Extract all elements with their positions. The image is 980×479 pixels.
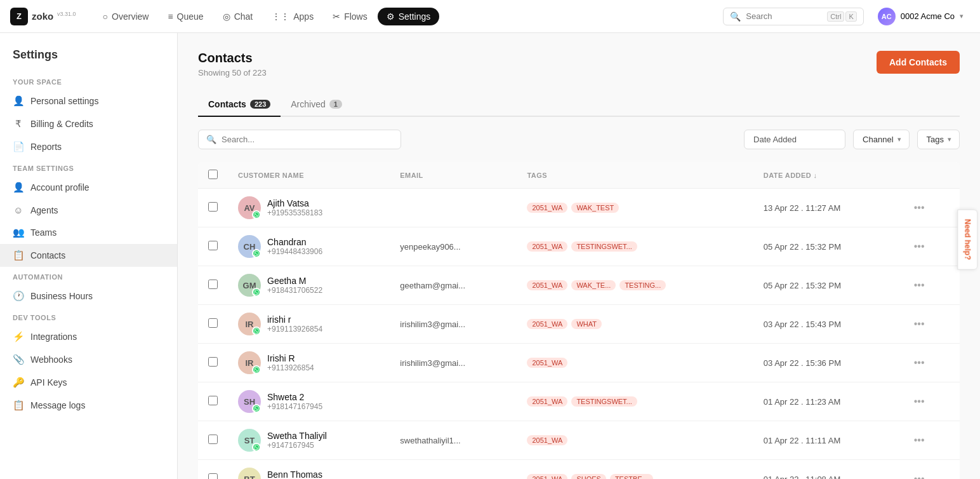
sidebar-item-api-keys[interactable]: 🔑 API Keys xyxy=(0,371,177,394)
sidebar-item-teams[interactable]: 👥 Teams xyxy=(0,221,177,244)
row-checkbox[interactable] xyxy=(208,202,218,212)
row-more-button[interactable]: ••• xyxy=(909,354,930,371)
key-icon: 🔑 xyxy=(13,377,24,388)
sidebar-item-contacts[interactable]: 📋 Contacts xyxy=(0,244,177,267)
global-search[interactable]: 🔍 Ctrl K xyxy=(723,8,863,25)
avatar: IR xyxy=(238,351,261,374)
row-more-button[interactable]: ••• xyxy=(909,471,930,479)
page-header: Contacts Showing 50 of 223 Add Contacts xyxy=(198,51,960,78)
tags-list: 2051_WA xyxy=(527,358,743,368)
tag-badge: 2051_WA xyxy=(527,203,567,213)
need-help-button[interactable]: Need help? xyxy=(958,210,978,270)
actions-cell: ••• xyxy=(899,421,960,460)
customer-details: Swetha Thaliyil +9147167945 xyxy=(267,431,327,450)
row-more-button[interactable]: ••• xyxy=(909,238,930,255)
sidebar-item-account-profile[interactable]: 👤 Account profile xyxy=(0,176,177,199)
nav-queue[interactable]: ≡ Queue xyxy=(159,8,212,25)
col-tags: TAGS xyxy=(517,162,753,189)
customer-details: Shweta 2 +918147167945 xyxy=(267,392,322,411)
table-header: CUSTOMER NAME EMAIL TAGS DATE ADDED ↓ xyxy=(198,162,960,189)
actions-cell: ••• xyxy=(899,344,960,382)
tags-cell: 2051_WASHOESTESTBE... xyxy=(517,460,753,480)
logo-text: zoko v3.31.0 xyxy=(32,11,76,22)
customer-name: Benn Thomas xyxy=(267,469,322,479)
channel-filter[interactable]: Channel ▾ xyxy=(853,130,909,149)
tag-badge: TESTINGSWET... xyxy=(571,241,637,252)
row-more-button[interactable]: ••• xyxy=(909,199,930,216)
sidebar-item-billing[interactable]: ₹ Billing & Credits xyxy=(0,112,177,135)
date-added: 05 Apr 22 . 15:32 PM xyxy=(764,242,841,252)
add-contacts-button[interactable]: Add Contacts xyxy=(877,51,960,74)
topnav-right: 🔍 Ctrl K AC 0002 Acme Co ▾ xyxy=(723,5,970,28)
page-title-block: Contacts Showing 50 of 223 xyxy=(198,51,267,78)
whatsapp-badge xyxy=(252,365,261,374)
agents-icon: ☺ xyxy=(13,205,24,215)
webhooks-icon: 📎 xyxy=(13,354,24,365)
page-subtitle: Showing 50 of 223 xyxy=(198,68,267,78)
nav-flows[interactable]: ✂ Flows xyxy=(324,8,376,25)
sidebar-item-webhooks[interactable]: 📎 Webhooks xyxy=(0,348,177,371)
customer-email: geetham@gmai... xyxy=(400,281,465,290)
row-checkbox[interactable] xyxy=(208,396,218,405)
row-more-button[interactable]: ••• xyxy=(909,316,930,332)
row-checkbox[interactable] xyxy=(208,357,218,367)
row-checkbox-cell xyxy=(198,227,228,266)
row-more-button[interactable]: ••• xyxy=(909,432,930,449)
flows-icon: ✂ xyxy=(333,11,340,22)
col-date-added: DATE ADDED ↓ xyxy=(753,162,899,189)
whatsapp-badge xyxy=(252,404,261,413)
workspace-selector[interactable]: AC 0002 Acme Co ▾ xyxy=(871,5,970,28)
nav-chat[interactable]: ◎ Chat xyxy=(214,8,262,25)
customer-details: Benn Thomas +917447751918 xyxy=(267,469,322,479)
search-icon: 🔍 xyxy=(206,135,216,144)
search-input[interactable] xyxy=(746,11,822,21)
sidebar-item-reports[interactable]: 📄 Reports xyxy=(0,135,177,158)
row-checkbox[interactable] xyxy=(208,435,218,444)
top-navigation: Z zoko v3.31.0 ○ Overview ≡ Queue ◎ Chat… xyxy=(0,0,980,33)
nav-settings[interactable]: ⚙ Settings xyxy=(378,8,440,25)
date-added-filter[interactable]: Date Added xyxy=(744,130,845,149)
select-all-checkbox[interactable] xyxy=(208,170,218,179)
sidebar-item-message-logs[interactable]: 📋 Message logs xyxy=(0,394,177,417)
customer-name: irishi r xyxy=(267,314,322,325)
sidebar: Settings YOUR SPACE 👤 Personal settings … xyxy=(0,33,178,479)
tag-badge: 2051_WA xyxy=(527,474,567,479)
queue-icon: ≡ xyxy=(168,11,173,22)
email-cell xyxy=(390,382,517,421)
customer-name-cell: GM Geetha M +918431706522 xyxy=(228,266,390,305)
app-logo[interactable]: Z zoko v3.31.0 xyxy=(10,8,76,25)
nav-apps[interactable]: ⋮⋮ Apps xyxy=(263,8,322,25)
nav-overview[interactable]: ○ Overview xyxy=(94,8,158,25)
date-added: 13 Apr 22 . 11:27 AM xyxy=(764,203,840,213)
contacts-search-input[interactable] xyxy=(222,135,393,144)
tags-list: 2051_WAWAK_TE...TESTING... xyxy=(527,280,743,290)
sidebar-item-personal-settings[interactable]: 👤 Personal settings xyxy=(0,90,177,112)
row-checkbox[interactable] xyxy=(208,280,218,289)
col-email: EMAIL xyxy=(390,162,517,189)
date-cell: 01 Apr 22 . 11:23 AM xyxy=(753,382,899,421)
customer-name: Shweta 2 xyxy=(267,392,322,402)
search-icon: 🔍 xyxy=(730,11,741,22)
row-checkbox[interactable] xyxy=(208,473,218,479)
sidebar-item-business-hours[interactable]: 🕐 Business Hours xyxy=(0,285,177,307)
tab-archived[interactable]: Archived 1 xyxy=(281,93,352,117)
tags-list: 2051_WAWHAT xyxy=(527,319,743,329)
tab-contacts[interactable]: Contacts 223 xyxy=(198,93,281,117)
table-row: AV Ajith Vatsa +919535358183 2051_WAWAK_… xyxy=(198,189,960,227)
customer-phone: +9113926854 xyxy=(267,363,314,372)
row-more-button[interactable]: ••• xyxy=(909,393,930,410)
tag-badge: WAK_TEST xyxy=(571,203,619,213)
row-checkbox[interactable] xyxy=(208,241,218,250)
sidebar-item-agents[interactable]: ☺ Agents xyxy=(0,199,177,221)
customer-phone: +919535358183 xyxy=(267,208,322,217)
whatsapp-badge xyxy=(252,288,261,297)
email-cell: swethathaliyil1... xyxy=(390,421,517,460)
tag-badge: 2051_WA xyxy=(527,358,567,368)
sidebar-item-integrations[interactable]: ⚡ Integrations xyxy=(0,325,177,348)
row-checkbox[interactable] xyxy=(208,318,218,328)
message-logs-icon: 📋 xyxy=(13,400,24,411)
row-more-button[interactable]: ••• xyxy=(909,277,930,293)
contacts-search[interactable]: 🔍 xyxy=(198,130,401,149)
customer-name-cell: IR Irishi R +9113926854 xyxy=(228,344,390,382)
tags-filter[interactable]: Tags ▾ xyxy=(917,130,960,149)
